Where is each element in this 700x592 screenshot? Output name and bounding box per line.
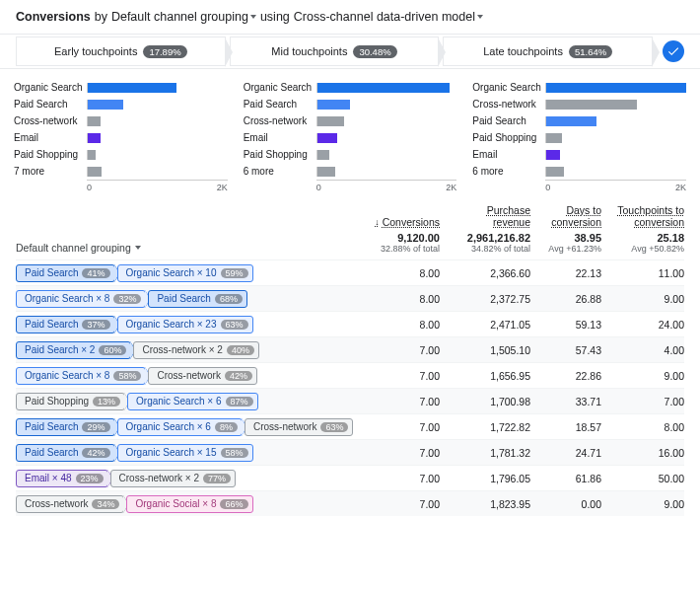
bar-chart: Organic SearchPaid SearchCross-networkEm…: [236, 79, 465, 192]
path-cell: Paid Search × 260%Cross-network × 240%: [16, 341, 357, 359]
path-cell: Organic Search × 832%Paid Search68%: [16, 290, 357, 308]
tab-early[interactable]: Early touchpoints 17.89%: [16, 37, 226, 66]
cell-conversions: 8.00: [357, 293, 440, 305]
chip-percent: 34%: [92, 499, 119, 509]
column-days[interactable]: Days to conversion 38.95 Avg +61.23%: [530, 204, 601, 254]
chip-percent: 41%: [82, 268, 109, 278]
bar-row: Email: [472, 146, 686, 163]
table-row[interactable]: Paid Shopping13%Organic Search × 687%7.0…: [16, 388, 684, 413]
column-label: Purchase revenue: [448, 204, 530, 228]
by-label: by: [95, 10, 107, 24]
column-sub: Avg +50.82%: [609, 244, 684, 254]
bar-fill: [317, 100, 350, 110]
path-cell: Organic Search × 858%Cross-network42%: [16, 367, 357, 385]
sort-arrow-icon: ↓: [375, 217, 380, 227]
path-chip: Paid Search29%: [16, 418, 115, 436]
metric-dropdown[interactable]: Conversions: [16, 10, 91, 24]
path-chip: Paid Search68%: [148, 290, 247, 308]
bar-label: 6 more: [244, 166, 316, 177]
bar-fill: [88, 116, 101, 126]
axis-tick: 0: [545, 183, 550, 192]
axis-tick: 2K: [446, 183, 456, 192]
bar-row: Organic Search: [244, 79, 457, 96]
bar-fill: [546, 150, 559, 160]
axis-tick: 2K: [675, 183, 686, 192]
cell-conversions: 7.00: [357, 344, 440, 356]
cell-touchpoints: 9.00: [601, 370, 684, 382]
tab-percent-badge: 17.89%: [143, 45, 186, 58]
cell-days: 18.57: [530, 421, 601, 433]
tab-late[interactable]: Late touchpoints 51.64%: [443, 37, 653, 66]
cell-touchpoints: 7.00: [601, 396, 684, 407]
bar-row: Email: [14, 129, 228, 146]
table-row[interactable]: Organic Search × 832%Paid Search68%8.002…: [16, 285, 684, 311]
column-revenue[interactable]: Purchase revenue 2,961,216.82 34.82% of …: [440, 204, 530, 254]
chip-percent: 42%: [82, 448, 109, 458]
table-row[interactable]: Paid Search41%Organic Search × 1059%8.00…: [16, 259, 684, 285]
column-touchpoints[interactable]: Touchpoints to conversion 25.18 Avg +50.…: [601, 204, 684, 254]
bar-track: [545, 116, 686, 126]
bar-label: 7 more: [14, 166, 87, 177]
table-row[interactable]: Paid Search × 260%Cross-network × 240%7.…: [16, 336, 684, 362]
bar-label: Email: [472, 149, 545, 160]
table-row[interactable]: Paid Search37%Organic Search × 2363%8.00…: [16, 311, 684, 336]
path-chip: Paid Search × 260%: [16, 341, 131, 359]
grouping-dropdown[interactable]: Default channel grouping: [111, 10, 256, 24]
column-total: 25.18: [609, 232, 684, 244]
chip-label: Organic Search × 8: [25, 293, 109, 304]
bar-track: [545, 150, 686, 160]
cell-days: 61.86: [530, 473, 601, 484]
bar-row: Cross-network: [472, 96, 686, 112]
chart-axis: 02K: [87, 180, 228, 192]
cell-conversions: 7.00: [357, 473, 440, 484]
axis-tick: 0: [316, 183, 321, 192]
bar-track: [316, 100, 457, 110]
chip-label: Cross-network: [253, 421, 316, 432]
cell-revenue: 1,700.98: [440, 396, 530, 407]
tab-mid[interactable]: Mid touchpoints 30.48%: [230, 37, 440, 66]
table-row[interactable]: Paid Search42%Organic Search × 1558%7.00…: [16, 439, 684, 465]
bar-chart: Organic SearchPaid SearchCross-networkEm…: [6, 79, 236, 192]
bar-fill: [546, 116, 596, 126]
path-chip: Paid Search42%: [16, 444, 115, 462]
bar-label: Paid Search: [244, 99, 316, 110]
chip-label: Paid Search: [25, 447, 78, 458]
model-dropdown[interactable]: Cross-channel data-driven model: [294, 10, 483, 24]
bar-row: Cross-network: [244, 112, 457, 129]
chip-percent: 60%: [99, 345, 126, 355]
cell-days: 59.13: [530, 319, 601, 331]
grouping-column-dropdown[interactable]: Default channel grouping: [16, 242, 193, 254]
chip-label: Paid Search: [25, 421, 78, 432]
column-conversions[interactable]: ↓Conversions 9,120.00 32.88% of total: [357, 216, 440, 254]
path-chip: Organic Search × 832%: [16, 290, 146, 308]
table-row[interactable]: Paid Search29%Organic Search × 68%Cross-…: [16, 413, 684, 439]
cell-touchpoints: 16.00: [601, 447, 684, 459]
chip-percent: 68%: [215, 294, 243, 304]
axis-tick: 0: [87, 183, 92, 192]
chip-percent: 32%: [113, 294, 141, 304]
column-sub: 34.82% of total: [448, 244, 530, 254]
chip-percent: 66%: [220, 499, 247, 509]
cell-conversions: 7.00: [357, 421, 440, 433]
table-row[interactable]: Organic Search × 858%Cross-network42%7.0…: [16, 362, 684, 388]
chip-label: Organic Search × 8: [25, 370, 109, 381]
path-cell: Paid Search41%Organic Search × 1059%: [16, 264, 357, 282]
table-header: Default channel grouping ↓Conversions 9,…: [16, 198, 684, 259]
bar-fill: [88, 100, 123, 110]
path-chip: Organic Social × 866%: [126, 495, 252, 513]
table-row[interactable]: Email × 4823%Cross-network × 277%7.001,7…: [16, 465, 684, 490]
chip-percent: 29%: [82, 422, 109, 432]
chart-axis: 02K: [316, 180, 457, 192]
table-row[interactable]: Cross-network34%Organic Social × 866%7.0…: [16, 490, 684, 516]
chip-label: Paid Search: [25, 319, 78, 330]
bar-track: [87, 116, 228, 126]
path-chip: Organic Search × 1558%: [117, 444, 253, 462]
cell-conversions: 7.00: [357, 498, 440, 510]
bar-label: Cross-network: [244, 115, 316, 126]
bar-row: 6 more: [244, 163, 457, 180]
bar-label: Email: [244, 132, 316, 143]
chip-label: Paid Search: [25, 267, 78, 278]
bar-row: Organic Search: [472, 79, 686, 96]
column-total: 2,961,216.82: [448, 232, 530, 244]
check-icon[interactable]: [663, 40, 684, 62]
